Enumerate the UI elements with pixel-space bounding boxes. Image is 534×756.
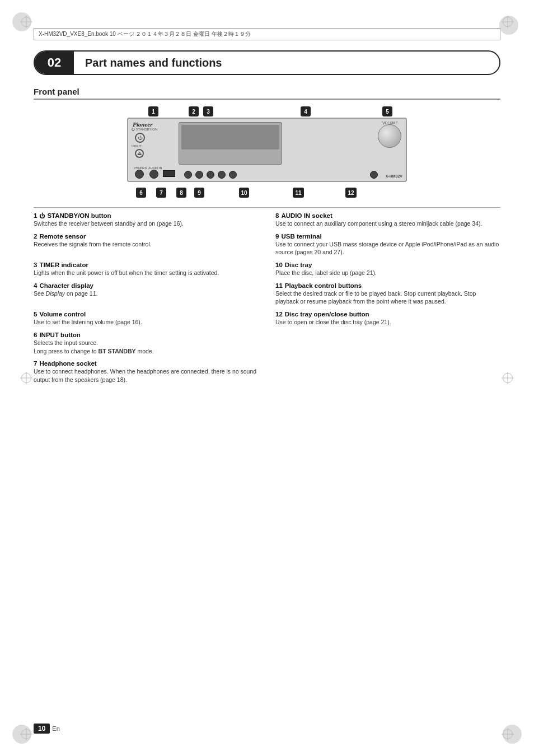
reg-dot-tr [499,16,518,35]
pb-btn-prev-prev [184,171,192,179]
audio-in-jack [149,170,158,179]
desc-item-12: 12 Disc tray open/close button Use to op… [275,311,500,326]
desc-item-5: 5 Volume control Use to set the listenin… [34,311,259,326]
desc-item-8: 8 AUDIO IN socket Use to connect an auxi… [275,212,500,228]
chapter-title: Part names and functions [85,57,222,69]
headphone-jack [135,170,144,179]
callout-2: 2 [189,106,199,116]
model-text: X-HM32V [386,174,402,178]
reg-dot-bl [12,725,31,744]
desc-item-3: 3 TIMER indicator Lights when the unit p… [34,262,259,277]
descriptions-section: 1 ⏻ STANDBY/ON button Switches the recei… [34,207,500,389]
desc-title-10: 10 Disc tray [275,262,500,268]
reg-mark-mr [502,372,514,384]
pb-btn-next-next [195,171,203,179]
phones-label: PHONES [134,166,147,170]
audio-in-label: AUDIO IN [148,166,162,170]
desc-title-5: 5 Volume control [34,311,259,318]
callout-6: 6 [136,188,146,198]
desc-item-empty-6r [275,332,500,355]
reg-dot-br [503,725,522,744]
character-display [179,122,282,165]
desc-title-11: 11 Playback control buttons [275,282,500,289]
reg-dot-tl [12,12,31,31]
desc-item-4: 4 Character display See Display on page … [34,282,259,306]
desc-title-4: 4 Character display [34,282,259,289]
desc-title-12: 12 Disc tray open/close button [275,311,500,318]
desc-item-6: 6 INPUT button Selects the input source.… [34,332,259,355]
disc-open-btn [370,171,378,179]
callout-3: 3 [203,106,213,116]
callout-11: 11 [293,188,304,198]
page-lang: En [52,725,59,732]
desc-title-9: 9 USB terminal [275,233,500,240]
desc-item-2: 2 Remote sensor Receives the signals fro… [34,233,259,256]
pb-btn-extra [229,171,237,179]
desc-title-3: 3 TIMER indicator [34,262,259,268]
desc-columns: 1 ⏻ STANDBY/ON button Switches the recei… [34,212,500,389]
desc-title-8: 8 AUDIO IN socket [275,212,500,219]
reg-mark-ml [20,372,32,384]
desc-item-9: 9 USB terminal Use to connect your USB m… [275,233,500,256]
pb-btn-stop [218,171,226,179]
callout-12: 12 [345,188,357,198]
playback-buttons [184,171,237,179]
page-number: 10 [34,724,50,734]
desc-item-11: 11 Playback control buttons Select the d… [275,282,500,306]
usb-port [163,170,175,177]
callout-5: 5 [382,106,392,116]
callout-10: 10 [239,188,249,198]
device-illustration: 1 2 3 4 5 Pioneer ⏻ STANDBY/ON ⏻ INPUT ⏏… [127,105,407,198]
standby-label: ⏻ STANDBY/ON [132,128,157,131]
desc-title-6: 6 INPUT button [34,332,259,338]
desc-title-2: 2 Remote sensor [34,233,259,240]
desc-item-1: 1 ⏻ STANDBY/ON button Switches the recei… [34,212,259,228]
callout-4: 4 [301,106,311,116]
device-body: Pioneer ⏻ STANDBY/ON ⏻ INPUT ⏏ VOLUME PH… [127,118,407,182]
section-divider [34,207,500,208]
desc-title-7: 7 Headphone socket [34,360,259,367]
pb-btn-play [207,171,214,179]
volume-knob [378,124,401,148]
input-icon: ⏏ [135,149,144,158]
input-label: INPUT [132,144,142,148]
callout-8: 8 [176,188,186,198]
chapter-header: 02 Part names and functions [34,50,500,75]
brand-pioneer: Pioneer [133,121,152,128]
file-info: X-HM32VD_VXE8_En.book 10 ページ ２０１４年３月２８日 … [39,30,251,38]
desc-item-7: 7 Headphone socket Use to connect headph… [34,360,259,384]
chapter-number: 02 [35,52,74,74]
callout-1: 1 [148,106,158,116]
desc-title-1: 1 ⏻ STANDBY/ON button [34,212,259,219]
desc-item-10: 10 Disc tray Place the disc, label side … [275,262,500,277]
front-panel-section: Front panel 1 2 3 4 5 Pioneer ⏻ STANDBY/… [34,87,500,198]
front-panel-title: Front panel [34,87,500,100]
page-footer: 10 En [34,724,60,734]
header-bar: X-HM32VD_VXE8_En.book 10 ページ ２０１４年３月２８日 … [34,28,500,40]
standby-circle: ⏻ [135,133,145,143]
callout-7: 7 [156,188,166,198]
callout-9: 9 [194,188,204,198]
